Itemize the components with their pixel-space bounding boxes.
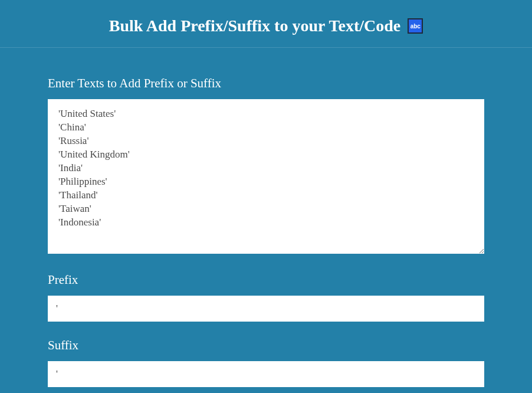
- prefix-label: Prefix: [48, 273, 484, 287]
- page-title: Bulk Add Prefix/Suffix to your Text/Code…: [109, 17, 423, 35]
- suffix-input[interactable]: [48, 361, 484, 387]
- page-header: Bulk Add Prefix/Suffix to your Text/Code…: [0, 0, 532, 48]
- text-input-label: Enter Texts to Add Prefix or Suffix: [48, 76, 484, 91]
- abc-icon: abc: [408, 18, 423, 34]
- suffix-label: Suffix: [48, 338, 484, 353]
- text-input[interactable]: 'United States' 'China' 'Russia' 'United…: [48, 99, 484, 254]
- main-container: Enter Texts to Add Prefix or Suffix 'Uni…: [48, 48, 484, 393]
- prefix-input[interactable]: [48, 296, 484, 322]
- title-text: Bulk Add Prefix/Suffix to your Text/Code: [109, 17, 401, 35]
